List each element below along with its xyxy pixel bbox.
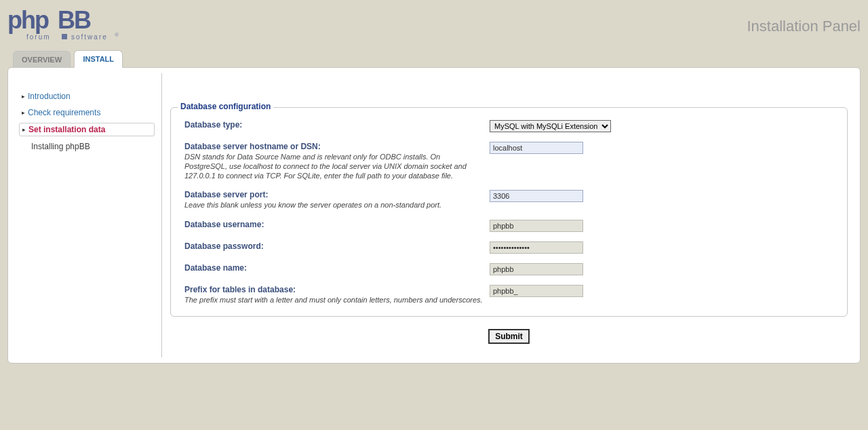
sidebar-label: Installing phpBB bbox=[31, 142, 90, 151]
main-content: Database configuration Database type: My… bbox=[162, 73, 855, 357]
bullet-icon: ▸ bbox=[22, 93, 25, 100]
tab-install[interactable]: INSTALL bbox=[74, 50, 123, 68]
input-db-user[interactable] bbox=[490, 220, 583, 232]
input-db-pass[interactable] bbox=[490, 241, 583, 254]
tabs: OVERVIEW INSTALL bbox=[7, 50, 861, 68]
fieldset-legend: Database configuration bbox=[178, 102, 273, 111]
svg-rect-3 bbox=[62, 34, 67, 39]
sidebar-link[interactable]: Introduction bbox=[28, 92, 71, 101]
bullet-icon: ▸ bbox=[22, 126, 26, 133]
label-db-user: Database username: bbox=[184, 220, 264, 229]
label-db-host: Database server hostname or DSN: bbox=[184, 142, 321, 151]
tab-overview[interactable]: OVERVIEW bbox=[13, 51, 71, 68]
select-db-type[interactable]: MySQL with MySQLi Extension bbox=[490, 120, 611, 132]
svg-text:forum: forum bbox=[26, 33, 51, 41]
bullet-icon: ▸ bbox=[22, 109, 25, 116]
sidebar-link[interactable]: Check requirements bbox=[28, 108, 100, 117]
input-db-prefix[interactable] bbox=[490, 285, 583, 297]
label-db-name: Database name: bbox=[184, 263, 247, 273]
label-db-pass: Database password: bbox=[184, 241, 264, 251]
sidebar-item-installing-phpbb: Installing phpBB bbox=[19, 140, 155, 153]
field-row-db-port: Database server port: Leave this blank u… bbox=[184, 190, 833, 210]
input-db-name[interactable] bbox=[490, 263, 583, 275]
sidebar-link[interactable]: Set installation data bbox=[28, 125, 105, 134]
hint-db-prefix: The prefix must start with a letter and … bbox=[184, 296, 483, 305]
label-db-port: Database server port: bbox=[184, 190, 268, 199]
hint-db-port: Leave this blank unless you know the ser… bbox=[184, 201, 483, 210]
phpbb-logo: php BB forum software ® bbox=[7, 5, 123, 46]
form-fieldset: Database configuration Database type: My… bbox=[170, 107, 848, 317]
svg-text:software: software bbox=[71, 33, 108, 41]
input-db-host[interactable] bbox=[490, 142, 583, 154]
field-row-db-pass: Database password: bbox=[184, 241, 833, 254]
hint-db-host: DSN stands for Data Source Name and is r… bbox=[184, 153, 483, 180]
field-row-db-type: Database type: MySQL with MySQLi Extensi… bbox=[184, 120, 833, 132]
phpbb-logo-icon: php BB forum software ® bbox=[7, 5, 123, 46]
field-row-db-user: Database username: bbox=[184, 220, 833, 232]
sidebar-item-set-installation-data[interactable]: ▸Set installation data bbox=[19, 123, 155, 136]
submit-row bbox=[170, 329, 848, 344]
page-title: Installation Panel bbox=[747, 18, 861, 35]
label-db-prefix: Prefix for tables in database: bbox=[184, 285, 296, 294]
sidebar-item-introduction[interactable]: ▸Introduction bbox=[19, 90, 155, 102]
main-panel: ▸Introduction ▸Check requirements ▸Set i… bbox=[7, 67, 861, 364]
submit-button[interactable] bbox=[488, 329, 530, 344]
svg-text:BB: BB bbox=[58, 6, 91, 34]
header: php BB forum software ® Installation Pan… bbox=[7, 7, 861, 47]
sidebar-item-check-requirements[interactable]: ▸Check requirements bbox=[19, 106, 155, 119]
input-db-port[interactable] bbox=[490, 190, 583, 202]
sidebar: ▸Introduction ▸Check requirements ▸Set i… bbox=[14, 73, 162, 357]
svg-text:®: ® bbox=[115, 32, 119, 38]
field-row-db-name: Database name: bbox=[184, 263, 833, 275]
field-row-db-prefix: Prefix for tables in database: The prefi… bbox=[184, 285, 833, 305]
field-row-db-host: Database server hostname or DSN: DSN sta… bbox=[184, 142, 833, 180]
label-db-type: Database type: bbox=[184, 120, 242, 130]
svg-text:php: php bbox=[7, 6, 49, 34]
